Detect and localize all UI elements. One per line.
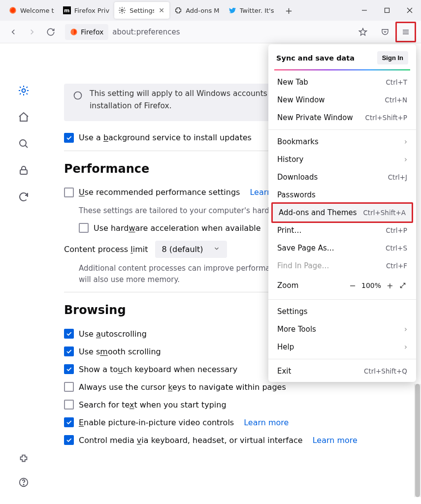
- menu-zoom: Zoom − 100% +: [268, 275, 416, 296]
- tab-addons[interactable]: Add-ons M: [170, 2, 223, 19]
- privacy-nav-icon[interactable]: [17, 163, 31, 177]
- media-control-row[interactable]: Control media via keyboard, headset, or …: [64, 435, 409, 445]
- checkbox-checked-icon[interactable]: [64, 346, 74, 356]
- svg-line-12: [25, 145, 28, 148]
- checkbox-label: Use hardware acceleration when available: [94, 223, 261, 233]
- menu-new-window[interactable]: New WindowCtrl+N: [268, 91, 416, 109]
- checkbox-label: Enable picture-in-picture video controls: [79, 418, 234, 427]
- new-tab-button[interactable]: +: [282, 3, 295, 17]
- menu-find[interactable]: Find In Page…Ctrl+F: [268, 257, 416, 275]
- preferences-sidebar: [0, 84, 47, 204]
- zoom-level: 100%: [359, 282, 384, 289]
- urlbar[interactable]: Firefox about:preferences: [65, 24, 371, 40]
- reload-button[interactable]: [42, 24, 59, 40]
- pip-row[interactable]: Enable picture-in-picture video controls…: [64, 417, 409, 427]
- menu-settings[interactable]: Settings: [268, 303, 416, 320]
- home-nav-icon[interactable]: [17, 110, 31, 124]
- learn-more-link[interactable]: Learn more: [313, 436, 357, 445]
- tab-label: Add-ons M: [186, 7, 219, 14]
- checkbox-icon[interactable]: [79, 223, 89, 233]
- menu-bookmarks[interactable]: Bookmarks›: [268, 133, 416, 151]
- checkbox-label: Show a touch keyboard when necessary: [79, 365, 237, 374]
- svg-point-10: [22, 89, 25, 93]
- zoom-in-button[interactable]: +: [384, 279, 396, 292]
- site-icon: m: [63, 6, 71, 14]
- chevron-right-icon: ›: [404, 137, 407, 146]
- menu-passwords[interactable]: Passwords: [268, 186, 416, 204]
- menu-downloads[interactable]: DownloadsCtrl+J: [268, 168, 416, 186]
- bookmark-star-button[interactable]: [355, 24, 371, 40]
- checkbox-icon[interactable]: [64, 188, 74, 197]
- chevron-right-icon: ›: [404, 325, 407, 334]
- menu-history[interactable]: History›: [268, 151, 416, 168]
- checkbox-icon[interactable]: [64, 400, 74, 410]
- firefox-icon: [70, 28, 78, 36]
- chevron-right-icon: ›: [404, 155, 407, 164]
- menu-sync-header: Sync and save data Sign In: [268, 44, 416, 69]
- window-controls: [353, 0, 421, 21]
- search-text-row[interactable]: Search for text when you start typing: [64, 400, 409, 410]
- chevron-down-icon: [213, 245, 220, 254]
- close-icon[interactable]: ✕: [158, 6, 165, 14]
- close-window-button[interactable]: [398, 0, 421, 21]
- checkbox-checked-icon[interactable]: [64, 329, 74, 339]
- pocket-button[interactable]: [377, 24, 393, 40]
- app-menu-button[interactable]: [397, 24, 414, 40]
- tab-welcome[interactable]: Welcome t: [5, 2, 58, 19]
- tab-twitter[interactable]: Twitter. It's: [225, 2, 278, 19]
- checkbox-checked-icon[interactable]: [64, 417, 74, 427]
- tab-settings[interactable]: Settings ✕: [114, 2, 169, 19]
- menu-new-tab[interactable]: New TabCtrl+T: [268, 73, 416, 91]
- svg-rect-3: [385, 8, 389, 13]
- checkbox-icon[interactable]: [64, 382, 74, 392]
- cursor-keys-row[interactable]: Always use the cursor keys to navigate w…: [64, 382, 409, 392]
- search-nav-icon[interactable]: [17, 137, 31, 151]
- forward-button[interactable]: [24, 24, 40, 40]
- menu-help[interactable]: Help›: [268, 338, 416, 356]
- zoom-out-button[interactable]: −: [346, 279, 359, 292]
- menu-more-tools[interactable]: More Tools›: [268, 320, 416, 338]
- checkbox-label: Use autoscrolling: [79, 329, 147, 339]
- sync-nav-icon[interactable]: [17, 190, 31, 204]
- back-button[interactable]: [5, 24, 22, 40]
- checkbox-checked-icon[interactable]: [64, 133, 74, 143]
- svg-point-1: [121, 9, 123, 11]
- firefox-icon: [9, 6, 17, 14]
- checkbox-label: Always use the cursor keys to navigate w…: [79, 382, 286, 392]
- checkbox-checked-icon[interactable]: [64, 364, 74, 374]
- puzzle-icon: [174, 6, 182, 14]
- maximize-button[interactable]: [376, 0, 398, 21]
- tab-firefox-priv[interactable]: m Firefox Priv: [59, 2, 113, 19]
- menu-print[interactable]: Print…Ctrl+P: [268, 221, 416, 239]
- menu-separator: [268, 359, 416, 359]
- svg-point-16: [74, 92, 82, 99]
- extensions-nav-icon[interactable]: [17, 452, 31, 466]
- proc-limit-label: Content process limit: [64, 245, 148, 254]
- scrollbar[interactable]: [414, 384, 421, 497]
- menu-exit[interactable]: ExitCtrl+Shift+Q: [268, 362, 416, 380]
- checkbox-checked-icon[interactable]: [64, 435, 74, 445]
- identity-label: Firefox: [81, 28, 103, 36]
- checkbox-label: Control media via keyboard, headset, or …: [79, 436, 303, 445]
- menu-addons-themes[interactable]: Add-ons and ThemesCtrl+Shift+A: [271, 202, 413, 223]
- sign-in-button[interactable]: Sign In: [377, 51, 408, 64]
- tab-label: Firefox Priv: [74, 7, 109, 14]
- address-text: about:preferences: [112, 28, 351, 36]
- learn-more-link[interactable]: Learn more: [244, 418, 289, 427]
- tab-label: Twitter. It's: [240, 7, 274, 14]
- svg-rect-13: [20, 170, 27, 174]
- gear-icon: [118, 6, 126, 14]
- url-identity[interactable]: Firefox: [65, 24, 108, 40]
- help-nav-icon[interactable]: [17, 475, 31, 489]
- twitter-icon: [228, 6, 236, 14]
- tab-label: Settings: [130, 7, 154, 14]
- menu-separator: [268, 129, 416, 130]
- menu-save-as[interactable]: Save Page As…Ctrl+S: [268, 239, 416, 257]
- general-nav-icon[interactable]: [17, 84, 31, 97]
- tab-label: Welcome t: [20, 7, 54, 14]
- scrollbar-thumb[interactable]: [415, 384, 420, 497]
- proc-limit-select[interactable]: 8 (default): [155, 241, 227, 258]
- fullscreen-button[interactable]: [396, 279, 409, 292]
- minimize-button[interactable]: [353, 0, 376, 21]
- menu-new-private-window[interactable]: New Private WindowCtrl+Shift+P: [268, 109, 416, 126]
